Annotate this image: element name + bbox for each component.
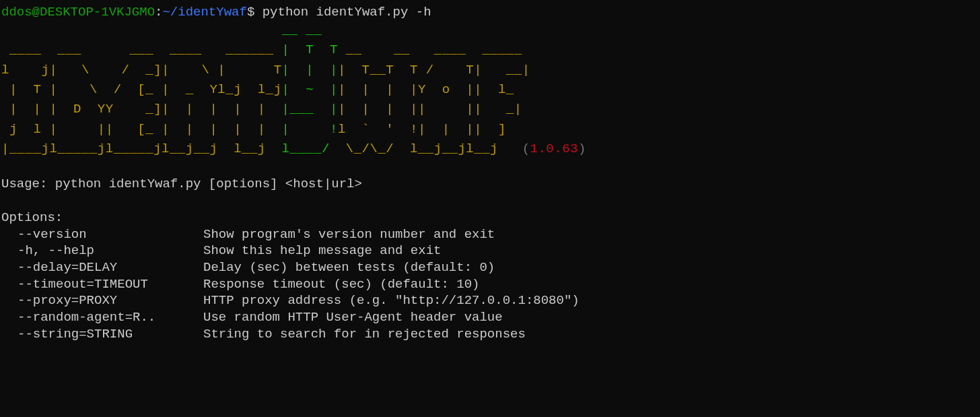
prompt-user: ddos <box>1 5 32 20</box>
version-paren-close: ) <box>578 141 586 156</box>
option-flag: --timeout=TIMEOUT <box>1 276 203 293</box>
prompt-colon: : <box>155 5 162 20</box>
prompt-path: ~/identYwaf <box>162 5 246 20</box>
option-row: --string=STRINGString to search for in r… <box>1 326 979 343</box>
option-row: --versionShow program's version number a… <box>1 226 979 243</box>
option-desc: HTTP proxy address (e.g. "http://127.0.0… <box>203 292 979 309</box>
prompt-host: DESKTOP-1VKJGMO <box>40 5 155 20</box>
option-flag: --proxy=PROXY <box>1 292 203 309</box>
option-desc: String to search for in rejected respons… <box>203 326 979 343</box>
prompt-at: @ <box>32 5 40 20</box>
version-paren-open: ( <box>514 141 530 156</box>
option-row: -h, --helpShow this help message and exi… <box>1 243 979 259</box>
option-row: --random-agent=R..Use random HTTP User-A… <box>1 309 979 326</box>
option-desc: Response timeout (sec) (default: 10) <box>203 276 979 293</box>
option-flag: --delay=DELAY <box>1 259 203 276</box>
option-flag: --string=STRING <box>1 326 203 343</box>
option-flag: --version <box>1 226 203 243</box>
option-desc: Use random HTTP User-Agent header value <box>203 309 979 326</box>
prompt-dollar: $ <box>247 5 262 20</box>
option-row: --delay=DELAYDelay (sec) between tests (… <box>1 259 979 276</box>
option-desc: Show this help message and exit <box>203 243 979 259</box>
command-text: python identYwaf.py -h <box>262 5 431 20</box>
option-row: --timeout=TIMEOUTResponse timeout (sec) … <box>1 276 979 293</box>
prompt-line: ddos@DESKTOP-1VKJGMO:~/identYwaf$ python… <box>1 5 431 20</box>
option-desc: Delay (sec) between tests (default: 0) <box>203 259 979 276</box>
option-desc: Show program's version number and exit <box>203 226 979 243</box>
terminal-output[interactable]: ddos@DESKTOP-1VKJGMO:~/identYwaf$ python… <box>1 4 979 342</box>
option-row: --proxy=PROXYHTTP proxy address (e.g. "h… <box>1 292 979 309</box>
options-header: Options: <box>1 210 63 225</box>
option-flag: --random-agent=R.. <box>1 309 203 326</box>
version-number: 1.0.63 <box>530 141 578 156</box>
usage-line: Usage: python identYwaf.py [options] <ho… <box>1 177 362 191</box>
option-flag: -h, --help <box>1 243 203 259</box>
ascii-banner: __ __ ____ ___ ___ ____ ______ | T T __ … <box>1 21 979 160</box>
